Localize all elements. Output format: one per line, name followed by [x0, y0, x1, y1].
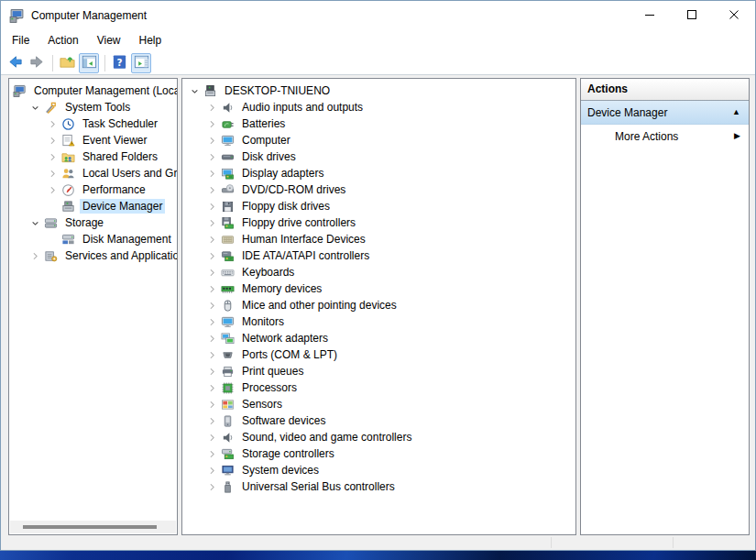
tree-item-services-and-applications[interactable]: Services and Applications [9, 247, 177, 264]
actions-group-device-manager[interactable]: Device Manager ▲ [581, 101, 749, 125]
collapse-icon[interactable]: ▲ [732, 108, 740, 116]
scrollbar-thumb[interactable] [23, 525, 157, 529]
maximize-icon [686, 9, 697, 23]
close-button[interactable] [713, 1, 755, 30]
chevron-right-icon[interactable] [46, 167, 60, 181]
chevron-right-icon[interactable] [205, 134, 219, 148]
tree-item-universal-serial-bus-controllers[interactable]: Universal Serial Bus controllers [182, 478, 575, 495]
chevron-right-icon[interactable] [205, 150, 219, 164]
chevron-right-icon[interactable] [205, 167, 219, 181]
back-button[interactable] [5, 53, 25, 73]
chevron-right-icon[interactable] [205, 216, 219, 230]
title-bar[interactable]: Computer Management [1, 1, 755, 30]
show-action-pane-button[interactable] [131, 53, 151, 73]
chevron-right-icon[interactable] [205, 431, 219, 445]
minimize-button[interactable] [629, 1, 671, 30]
performance-icon [60, 182, 75, 197]
chevron-right-icon[interactable] [205, 101, 219, 115]
tree-item-label: Computer [239, 133, 293, 148]
tree-item-sensors[interactable]: Sensors [182, 396, 575, 412]
chevron-right-icon[interactable] [205, 447, 219, 461]
chevron-right-icon[interactable] [205, 414, 219, 428]
chevron-down-icon[interactable] [28, 216, 42, 230]
tree-item-display-adapters[interactable]: Display adapters [182, 165, 575, 181]
tree-item-human-interface-devices[interactable]: Human Interface Devices [182, 231, 575, 247]
tree-item-desktop-tniueno[interactable]: DESKTOP-TNIUENO [182, 82, 575, 99]
chevron-right-icon[interactable] [46, 117, 60, 131]
tree-item-memory-devices[interactable]: Memory devices [182, 280, 575, 297]
tree-item-computer-management-local[interactable]: Computer Management (Local [9, 82, 177, 99]
more-actions-item[interactable]: More Actions ▶ [581, 125, 749, 148]
tree-item-shared-folders[interactable]: Shared Folders [9, 148, 177, 165]
tree-item-floppy-drive-controllers[interactable]: Floppy drive controllers [182, 214, 575, 231]
tree-item-label: DESKTOP-TNIUENO [222, 83, 333, 98]
tree-item-audio-inputs-and-outputs[interactable]: Audio inputs and outputs [182, 99, 575, 115]
usb-plug-icon [220, 479, 235, 494]
chevron-right-icon[interactable] [205, 365, 219, 379]
chevron-right-icon[interactable] [205, 266, 219, 280]
maximize-button[interactable] [671, 1, 713, 30]
chevron-right-icon[interactable] [205, 117, 219, 131]
tree-item-ports-com-lpt[interactable]: Ports (COM & LPT) [182, 346, 575, 363]
chevron-right-icon[interactable] [46, 150, 60, 164]
tree-item-system-devices[interactable]: System devices [182, 462, 575, 478]
help-button[interactable]: ? [109, 53, 129, 73]
computer-management-window: Computer Management FileActionViewHelp ?… [0, 0, 756, 551]
menu-item-file[interactable]: File [3, 31, 38, 50]
tree-item-dvd-cd-rom-drives[interactable]: DVD/CD-ROM drives [182, 181, 575, 198]
chevron-right-icon[interactable] [205, 299, 219, 313]
chevron-right-icon[interactable] [205, 315, 219, 329]
tree-item-ide-ata-atapi-controllers[interactable]: IDE ATA/ATAPI controllers [182, 247, 575, 264]
chevron-right-icon[interactable] [205, 249, 219, 263]
tree-item-mice-and-other-pointing-devices[interactable]: Mice and other pointing devices [182, 297, 575, 313]
menu-item-view[interactable]: View [88, 31, 130, 50]
horizontal-scrollbar[interactable] [10, 521, 176, 533]
chevron-right-icon[interactable] [205, 233, 219, 247]
menu-item-help[interactable]: Help [130, 31, 171, 50]
tree-item-disk-management[interactable]: Disk Management [9, 231, 177, 247]
chevron-right-icon[interactable] [205, 398, 219, 412]
chevron-right-icon[interactable] [28, 249, 42, 263]
tree-item-label: Floppy drive controllers [239, 215, 358, 230]
tree-item-sound-video-and-game-controllers[interactable]: Sound, video and game controllers [182, 429, 575, 445]
chevron-down-icon[interactable] [28, 101, 42, 115]
menu-item-action[interactable]: Action [38, 31, 87, 50]
forward-button[interactable] [27, 53, 47, 73]
tree-item-local-users-and-groups[interactable]: Local Users and Groups [9, 165, 177, 181]
tree-item-processors[interactable]: Processors [182, 379, 575, 396]
tree-item-print-queues[interactable]: Print queues [182, 363, 575, 379]
chevron-right-icon[interactable] [205, 464, 219, 478]
tree-item-label: Local Users and Groups [80, 166, 178, 181]
tree-item-batteries[interactable]: Batteries [182, 115, 575, 132]
tree-item-label: Sensors [239, 397, 285, 412]
tree-item-computer[interactable]: Computer [182, 132, 575, 148]
chevron-right-icon[interactable] [205, 183, 219, 197]
tree-item-keyboards[interactable]: Keyboards [182, 264, 575, 280]
chevron-down-icon[interactable] [188, 84, 202, 98]
tree-item-label: Computer Management (Local [31, 83, 178, 98]
tree-item-storage-controllers[interactable]: Storage controllers [182, 445, 575, 462]
tree-item-storage[interactable]: Storage [9, 214, 177, 231]
tree-item-task-scheduler[interactable]: Task Scheduler [9, 115, 177, 132]
tree-item-label: System Tools [62, 100, 133, 115]
tree-item-monitors[interactable]: Monitors [182, 313, 575, 330]
show-console-tree-button[interactable] [79, 53, 99, 73]
chevron-right-icon[interactable] [205, 480, 219, 494]
tree-item-device-manager[interactable]: Device Manager [9, 198, 177, 214]
tree-item-disk-drives[interactable]: Disk drives [182, 148, 575, 165]
chevron-right-icon[interactable] [205, 200, 219, 214]
chevron-right-icon[interactable] [205, 282, 219, 296]
tree-item-event-viewer[interactable]: Event Viewer [9, 132, 177, 148]
up-one-level-button[interactable] [57, 53, 77, 73]
tree-item-network-adapters[interactable]: Network adapters [182, 330, 575, 346]
chevron-right-icon[interactable] [205, 348, 219, 362]
tree-item-software-devices[interactable]: Software devices [182, 412, 575, 429]
tree-item-floppy-disk-drives[interactable]: Floppy disk drives [182, 198, 575, 214]
close-icon [729, 9, 740, 23]
chevron-right-icon[interactable] [46, 183, 60, 197]
tree-item-performance[interactable]: Performance [9, 181, 177, 198]
chevron-right-icon[interactable] [205, 381, 219, 395]
chevron-right-icon[interactable] [46, 134, 60, 148]
tree-item-system-tools[interactable]: System Tools [9, 99, 177, 115]
chevron-right-icon[interactable] [205, 332, 219, 346]
